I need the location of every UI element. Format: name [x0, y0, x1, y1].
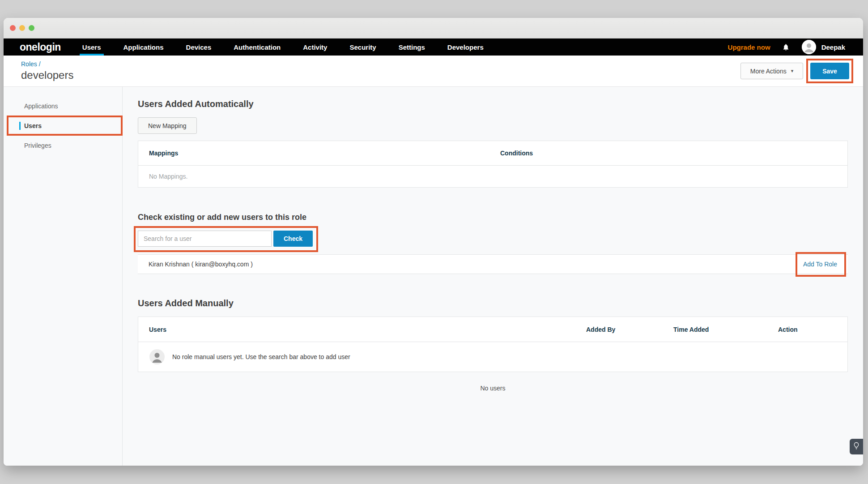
lightbulb-icon: [853, 442, 859, 452]
search-result-row: Kiran Krishnan ( kiran@boxyhq.com ) Add …: [138, 254, 848, 274]
nav-item-applications[interactable]: Applications: [121, 39, 166, 56]
result-user-name: Kiran Krishnan ( kiran@boxyhq.com ): [149, 261, 253, 268]
mappings-empty-row: No Mappings.: [138, 166, 847, 187]
search-user-input[interactable]: [138, 231, 272, 247]
header-actions: More Actions ▾ Save: [740, 63, 849, 79]
main-panel: Users Added Automatically New Mapping Ma…: [123, 87, 863, 466]
user-avatar: [802, 40, 816, 54]
window-minimize-button[interactable]: [19, 25, 25, 31]
upgrade-now-link[interactable]: Upgrade now: [728, 43, 770, 51]
column-header-action: Action: [778, 326, 847, 333]
column-header-conditions: Conditions: [500, 150, 847, 157]
breadcrumb-block: Roles / developers: [21, 60, 73, 81]
window-close-button[interactable]: [10, 25, 16, 31]
sidebar-item-privileges[interactable]: Privileges: [4, 137, 122, 154]
no-manual-users-text: No role manual users yet. Use the search…: [172, 353, 350, 360]
app-window: onelogin Users Applications Devices Auth…: [4, 18, 863, 466]
breadcrumb-roles-link[interactable]: Roles /: [21, 60, 73, 68]
column-header-added-by: Added By: [586, 326, 673, 333]
nav-item-activity[interactable]: Activity: [300, 39, 330, 56]
sidebar-item-label: Users: [24, 122, 42, 129]
sidebar-item-applications[interactable]: Applications: [4, 98, 122, 114]
chevron-down-icon: ▾: [791, 68, 794, 74]
no-mappings-text: No Mappings.: [138, 173, 187, 180]
add-to-role-link[interactable]: Add To Role: [803, 261, 837, 268]
manual-table-header: Users Added By Time Added Action: [138, 317, 847, 342]
section-heading-check-existing: Check existing or add new users to this …: [138, 212, 848, 222]
new-mapping-button[interactable]: New Mapping: [138, 117, 197, 134]
nav-item-settings[interactable]: Settings: [396, 39, 428, 56]
notifications-bell-icon[interactable]: [782, 43, 790, 51]
user-search-row: Check: [138, 231, 313, 247]
top-navbar: onelogin Users Applications Devices Auth…: [4, 39, 863, 56]
save-button[interactable]: Save: [810, 63, 849, 79]
manual-table-empty-row: No role manual users yet. Use the search…: [138, 342, 847, 372]
mappings-table: Mappings Conditions No Mappings.: [138, 141, 848, 188]
more-actions-button[interactable]: More Actions ▾: [740, 63, 803, 79]
no-users-text: No users: [138, 385, 848, 392]
nav-item-developers[interactable]: Developers: [445, 39, 486, 56]
onelogin-logo: onelogin: [20, 41, 61, 53]
account-menu[interactable]: Deepak: [802, 40, 845, 54]
check-button[interactable]: Check: [273, 231, 313, 247]
nav-item-security[interactable]: Security: [347, 39, 379, 56]
nav-items: Users Applications Devices Authenticatio…: [80, 39, 486, 56]
placeholder-avatar-icon: [149, 349, 165, 364]
mappings-table-header: Mappings Conditions: [138, 141, 847, 166]
section-heading-users-added-manually: Users Added Manually: [138, 298, 848, 308]
page-title: developers: [21, 69, 73, 81]
nav-item-devices[interactable]: Devices: [183, 39, 214, 56]
lightbulb-help-button[interactable]: [850, 439, 863, 454]
manual-users-table: Users Added By Time Added Action No role…: [138, 317, 848, 372]
page-header: Roles / developers More Actions ▾ Save: [4, 56, 863, 87]
active-indicator-bar: [19, 122, 21, 130]
column-header-users: Users: [138, 326, 586, 333]
navbar-right: Upgrade now Deepak: [728, 39, 845, 56]
sidebar-item-label: Privileges: [24, 142, 51, 149]
column-header-time-added: Time Added: [673, 326, 778, 333]
nav-item-users[interactable]: Users: [80, 39, 104, 56]
sidebar-item-label: Applications: [24, 103, 58, 110]
window-zoom-button[interactable]: [29, 25, 34, 31]
more-actions-label: More Actions: [750, 68, 787, 75]
sidebar-item-users[interactable]: Users: [4, 118, 122, 134]
username-label: Deepak: [821, 43, 845, 51]
role-sidebar: Applications Users Privileges: [4, 87, 123, 466]
content-area: Applications Users Privileges Users Adde…: [4, 87, 863, 466]
nav-item-authentication[interactable]: Authentication: [231, 39, 283, 56]
column-header-mappings: Mappings: [138, 150, 500, 157]
section-heading-users-added-automatically: Users Added Automatically: [138, 99, 848, 109]
window-titlebar: [4, 18, 863, 39]
